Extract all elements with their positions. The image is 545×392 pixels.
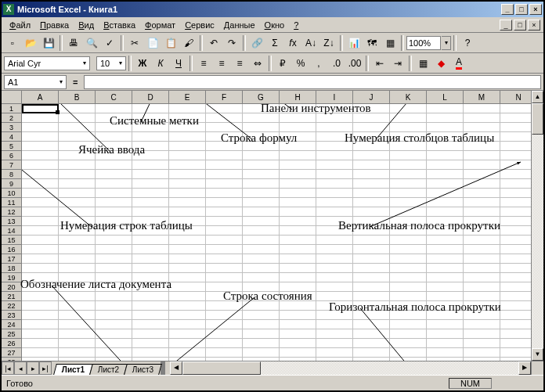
spellcheck-icon[interactable]: ✓ (101, 34, 118, 51)
active-cell[interactable] (22, 104, 59, 113)
underline-icon[interactable]: Ч (170, 55, 187, 71)
chart-icon[interactable]: 📊 (345, 34, 363, 51)
row-header[interactable]: 2 (2, 113, 21, 123)
increase-decimal-icon[interactable]: .0 (328, 55, 345, 71)
column-header[interactable]: D (132, 91, 169, 103)
bold-icon[interactable]: Ж (134, 55, 151, 71)
hscroll-track[interactable] (182, 361, 518, 375)
column-header[interactable]: J (353, 91, 390, 103)
menu-item[interactable]: Вид (74, 19, 99, 31)
menu-item[interactable]: Сервис (180, 19, 219, 31)
row-header[interactable]: 24 (2, 320, 21, 329)
print-icon[interactable]: 🖶 (65, 34, 82, 51)
column-header[interactable]: G (243, 91, 280, 103)
maximize-button[interactable]: □ (515, 4, 528, 15)
menu-item[interactable]: Файл (5, 19, 35, 31)
row-header[interactable]: 8 (2, 170, 21, 179)
column-header[interactable]: M (464, 91, 500, 103)
font-name-combo[interactable]: Arial Cyr▾ (4, 56, 90, 70)
minimize-button[interactable]: _ (501, 4, 514, 15)
row-header[interactable]: 3 (2, 123, 21, 132)
doc-minimize-button[interactable]: _ (500, 20, 512, 31)
sheet-tab[interactable]: Лист1 (53, 364, 93, 375)
scroll-down-icon[interactable]: ▼ (532, 348, 543, 361)
row-header[interactable]: 21 (2, 292, 21, 301)
formula-input[interactable] (84, 75, 541, 89)
menu-item[interactable]: Формат (140, 19, 180, 31)
sort-desc-icon[interactable]: Z↓ (320, 34, 337, 51)
cut-icon[interactable]: ✂ (126, 34, 143, 51)
tab-last-icon[interactable]: ▸| (39, 361, 52, 375)
name-box[interactable]: A1 ▾ (4, 75, 67, 89)
row-header[interactable]: 5 (2, 142, 21, 151)
column-header[interactable]: K (390, 91, 427, 103)
row-header[interactable]: 28 (2, 358, 21, 361)
row-header[interactable]: 20 (2, 282, 21, 292)
row-header[interactable]: 10 (2, 189, 21, 198)
select-all-corner[interactable] (2, 91, 22, 104)
column-header[interactable]: E (169, 91, 206, 103)
sort-asc-icon[interactable]: A↓ (302, 34, 319, 51)
menu-item[interactable]: Данные (219, 19, 260, 31)
scroll-up-icon[interactable]: ▲ (532, 91, 543, 103)
align-center-icon[interactable]: ≡ (213, 55, 230, 71)
save-icon[interactable]: 💾 (40, 34, 57, 51)
scroll-right-icon[interactable]: ▶ (518, 361, 531, 375)
pivot-icon[interactable]: ▦ (381, 34, 399, 51)
column-header[interactable]: F (206, 91, 243, 103)
column-header[interactable]: H (280, 91, 316, 103)
vscroll-thumb[interactable] (532, 103, 543, 135)
column-header[interactable]: L (427, 91, 464, 103)
row-header[interactable]: 14 (2, 226, 21, 236)
row-header[interactable]: 9 (2, 179, 21, 189)
currency-icon[interactable]: ₽ (274, 55, 291, 71)
format-painter-icon[interactable]: 🖌 (180, 34, 197, 51)
row-header[interactable]: 7 (2, 160, 21, 170)
help-icon[interactable]: ? (459, 34, 476, 51)
row-header[interactable]: 11 (2, 198, 21, 207)
paste-icon[interactable]: 📋 (162, 34, 179, 51)
map-icon[interactable]: 🗺 (363, 34, 381, 51)
doc-close-button[interactable]: × (528, 20, 540, 31)
preview-icon[interactable]: 🔍 (83, 34, 100, 51)
row-header[interactable]: 26 (2, 339, 21, 348)
function-icon[interactable]: fx (284, 34, 301, 51)
new-icon[interactable]: ▫ (4, 34, 21, 51)
vertical-scrollbar[interactable]: ▲ ▼ (531, 91, 543, 361)
borders-icon[interactable]: ▦ (414, 55, 431, 71)
italic-icon[interactable]: К (152, 55, 169, 71)
row-header[interactable]: 16 (2, 245, 21, 254)
zoom-combo[interactable]: 100% (406, 36, 441, 50)
row-header[interactable]: 6 (2, 151, 21, 160)
column-header[interactable]: I (316, 91, 353, 103)
cells-area[interactable]: Строка заголовкаСтрока менюПанели инстру… (22, 104, 531, 361)
row-header[interactable]: 13 (2, 217, 21, 226)
hyperlink-icon[interactable]: 🔗 (248, 34, 265, 51)
menu-item[interactable]: Окно (260, 19, 290, 31)
decrease-decimal-icon[interactable]: .00 (346, 55, 363, 71)
align-right-icon[interactable]: ≡ (231, 55, 248, 71)
autosum-icon[interactable]: Σ (266, 34, 283, 51)
decrease-indent-icon[interactable]: ⇤ (371, 55, 388, 71)
row-header[interactable]: 18 (2, 264, 21, 273)
fill-color-icon[interactable]: ◆ (432, 55, 449, 71)
merge-center-icon[interactable]: ⇔ (249, 55, 266, 71)
increase-indent-icon[interactable]: ⇥ (389, 55, 406, 71)
undo-icon[interactable]: ↶ (205, 34, 222, 51)
open-icon[interactable]: 📂 (22, 34, 39, 51)
row-header[interactable]: 4 (2, 132, 21, 142)
hscroll-thumb[interactable] (182, 361, 261, 375)
column-header[interactable]: C (96, 91, 132, 103)
row-header[interactable]: 15 (2, 236, 21, 245)
font-size-combo[interactable]: 10▾ (96, 56, 126, 70)
comma-icon[interactable]: , (310, 55, 327, 71)
tab-first-icon[interactable]: |◂ (2, 361, 14, 375)
row-header[interactable]: 19 (2, 273, 21, 282)
percent-icon[interactable]: % (292, 55, 309, 71)
close-button[interactable]: × (529, 4, 542, 15)
copy-icon[interactable]: 📄 (144, 34, 161, 51)
font-color-icon[interactable]: A (450, 55, 467, 71)
row-header[interactable]: 23 (2, 311, 21, 320)
row-header[interactable]: 22 (2, 301, 21, 311)
menu-item[interactable]: Вставка (99, 19, 140, 31)
